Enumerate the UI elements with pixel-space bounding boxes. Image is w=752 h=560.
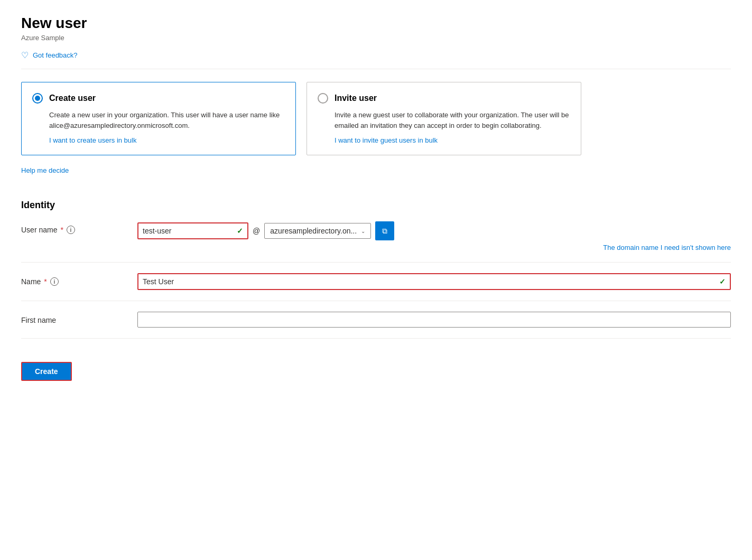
invite-user-radio[interactable] <box>318 93 328 104</box>
domain-link[interactable]: The domain name I need isn't shown here <box>137 244 731 251</box>
username-label-text: User name <box>21 226 57 234</box>
name-check-icon: ✓ <box>719 277 726 286</box>
identity-section-title: Identity <box>21 200 731 211</box>
invite-user-card[interactable]: Invite user Invite a new guest user to c… <box>307 82 581 155</box>
username-info-icon[interactable]: i <box>67 226 75 234</box>
username-row: User name * i ✓ @ azuresampledirectory.o… <box>21 221 731 263</box>
username-label: User name * i <box>21 221 137 234</box>
domain-dropdown[interactable]: azuresampledirectory.on... ⌄ <box>264 223 371 239</box>
firstname-controls-wrapper <box>137 312 731 328</box>
name-info-icon[interactable]: i <box>50 277 59 286</box>
username-required: * <box>60 226 63 234</box>
username-input-wrapper: ✓ <box>137 222 248 239</box>
name-controls-wrapper: ✓ <box>137 273 731 290</box>
at-symbol: @ <box>253 227 260 235</box>
firstname-input[interactable] <box>137 312 731 328</box>
username-check-icon: ✓ <box>237 227 243 235</box>
heart-icon: ♡ <box>21 50 29 60</box>
domain-value: azuresampledirectory.on... <box>270 227 357 235</box>
page-title: New user <box>21 15 731 32</box>
name-label-text: Name <box>21 277 41 286</box>
name-row: Name * i ✓ <box>21 273 731 301</box>
username-input-row: ✓ @ azuresampledirectory.on... ⌄ ⧉ <box>137 221 731 240</box>
create-bulk-link[interactable]: I want to create users in bulk <box>32 136 136 144</box>
page-subtitle: Azure Sample <box>21 34 731 42</box>
create-user-card[interactable]: Create user Create a new user in your or… <box>21 82 296 155</box>
create-user-title: Create user <box>49 94 96 103</box>
invite-bulk-link[interactable]: I want to invite guest users in bulk <box>318 136 438 144</box>
create-user-radio[interactable] <box>32 93 43 104</box>
copy-icon: ⧉ <box>382 227 387 236</box>
invite-user-header: Invite user <box>318 93 570 104</box>
create-user-header: Create user <box>32 93 285 104</box>
create-user-description: Create a new user in your organization. … <box>32 110 285 130</box>
invite-user-description: Invite a new guest user to collaborate w… <box>318 110 570 130</box>
firstname-label-text: First name <box>21 316 56 324</box>
username-input[interactable] <box>138 223 247 238</box>
create-user-radio-dot <box>35 96 40 101</box>
username-controls-wrapper: ✓ @ azuresampledirectory.on... ⌄ ⧉ The d… <box>137 221 731 251</box>
firstname-row: First name <box>21 312 731 339</box>
name-label: Name * i <box>21 273 137 286</box>
invite-user-title: Invite user <box>335 94 377 103</box>
name-input[interactable] <box>138 274 730 289</box>
chevron-down-icon: ⌄ <box>361 228 365 234</box>
name-required: * <box>44 277 47 286</box>
copy-button[interactable]: ⧉ <box>375 221 394 240</box>
create-button[interactable]: Create <box>21 362 72 381</box>
identity-section: Identity User name * i ✓ @ azuresampledi… <box>21 200 731 339</box>
feedback-row: ♡ Got feedback? <box>21 50 731 69</box>
firstname-label: First name <box>21 312 137 324</box>
help-decide-link[interactable]: Help me decide <box>21 166 69 174</box>
feedback-link[interactable]: Got feedback? <box>33 51 78 59</box>
options-row: Create user Create a new user in your or… <box>21 82 731 155</box>
name-input-wrapper: ✓ <box>137 273 731 290</box>
